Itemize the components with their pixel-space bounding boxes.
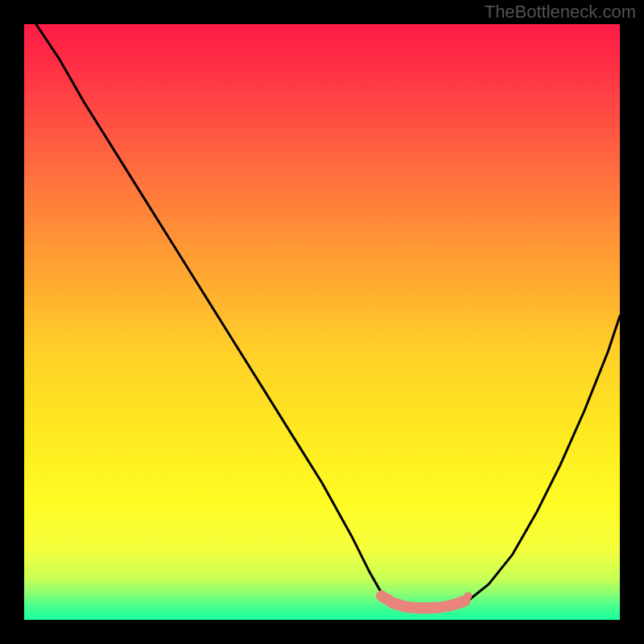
plot-area: [24, 24, 620, 620]
gradient-background: [24, 24, 620, 620]
chart-frame: TheBottleneck.com: [0, 0, 644, 644]
watermark-text: TheBottleneck.com: [485, 2, 636, 23]
plot-svg: [24, 24, 620, 620]
annotation-dot: [464, 592, 472, 600]
